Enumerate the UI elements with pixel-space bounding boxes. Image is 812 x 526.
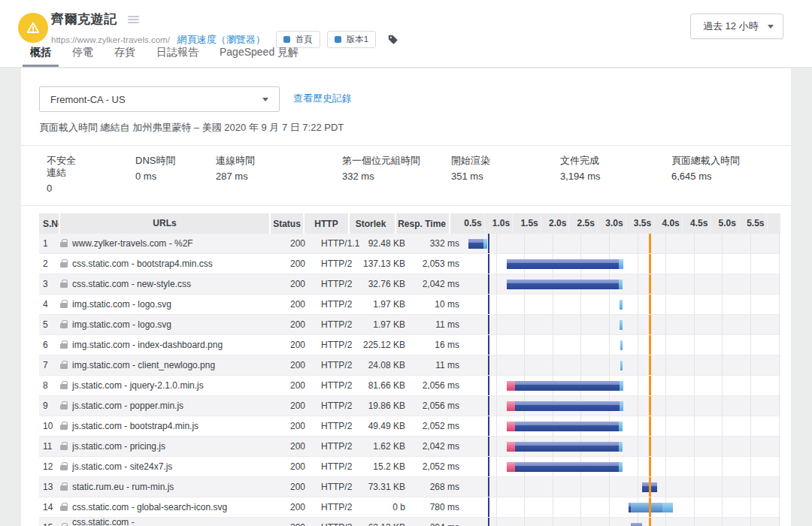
resource-size: 137.13 KB [362,254,408,274]
document-complete-marker-line [649,234,651,253]
lock-icon [60,283,68,288]
tab-存貨[interactable]: 存貨 [107,40,143,67]
response-time: 332 ms [408,234,462,253]
table-row[interactable]: 3css.static.com - new-style.css200HTTP/2… [39,274,780,295]
url-line: css.static.com - [72,518,147,526]
metric-label: 頁面總載入時間 [671,155,791,167]
resource-url: js.static.com - bootstrap4.min.js [72,416,283,436]
lock-cell [60,315,72,334]
column-header: S.No. [39,213,60,234]
table-row[interactable]: 10js.static.com - bootstrap4.min.js200HT… [39,416,780,437]
waterfall-segment-sky [662,503,673,512]
location-select[interactable]: Fremont-CA - US [39,86,280,112]
waterfall-segment-blue [631,503,662,512]
tab-日誌報告[interactable]: 日誌報告 [149,40,206,67]
tag-icon[interactable] [387,34,398,45]
table-row[interactable]: 11js.static.com - pricing.js200HTTP/21.6… [39,437,780,457]
time-tick-label: 2.0s [541,213,570,234]
status-code: 200 [283,437,317,456]
document-complete-marker-line [649,457,651,476]
http-version: HTTP/2 [317,497,362,517]
time-tick-label: 4.0s [654,213,683,234]
http-version: HTTP/2 [317,416,362,436]
http-version: HTTP/2 [317,274,362,294]
document-complete-marker-line [649,376,651,395]
row-serial: 8 [39,376,60,395]
response-time: 10 ms [408,295,462,314]
table-row[interactable]: 5img.static.com - logo.svg200HTTP/21.97 … [39,315,780,335]
waterfall-segment-navy [507,280,619,289]
timeline-cell [462,295,780,314]
tab-概括[interactable]: 概括 [23,40,59,67]
table-row[interactable]: 12js.static.com - site24x7.js200HTTP/215… [39,457,780,477]
timeline-cell [462,274,780,294]
table-row[interactable]: 9js.static.com - popper.min.js200HTTP/21… [39,396,780,416]
start-render-marker-line [488,497,489,517]
resource-url: js.static.com - popper.min.js [72,396,283,416]
start-render-marker-line [488,457,489,476]
metric-item: 不安全連結0 [47,155,135,195]
row-serial: 14 [39,497,60,517]
resource-url: js.static.com - pricing.js [72,437,283,456]
status-code: 200 [283,355,317,375]
resource-size: 62.13 KB [362,518,408,526]
row-serial: 5 [39,315,60,334]
lock-icon [60,303,68,308]
tab-PageSpeed 見解[interactable]: PageSpeed 見解 [212,40,306,67]
resource-size: 225.12 KB [362,335,408,355]
status-code: 200 [283,254,317,274]
waterfall-segment-sky [619,280,623,289]
timeline-grid [468,477,780,497]
document-complete-marker-line [649,497,651,517]
table-row[interactable]: 8js.static.com - jquery-2.1.0.min.js200H… [39,376,780,396]
waterfall-segment-navy [631,523,642,526]
waterfall-segment-navy [515,381,620,391]
row-serial: 10 [39,416,60,436]
timeline-cell [462,355,780,375]
row-serial: 6 [39,335,60,355]
resource-url: img.static.com - index-dashboard.png [72,335,283,355]
status-code: 200 [283,457,317,476]
document-complete-marker-line [649,355,651,375]
start-render-marker-line [488,355,489,375]
http-version: HTTP/2 [317,335,362,355]
table-row[interactable]: 14css.static.com - global-search-icon.sv… [39,497,780,518]
waterfall-segment-navy [468,239,483,249]
document-complete-marker-line [649,295,651,314]
monitor-badge[interactable]: 版本1 [327,31,376,48]
start-render-marker-line [488,376,489,395]
timeline-grid [468,315,780,334]
time-tick-label: 3.5s [626,213,655,234]
table-row[interactable]: 6img.static.com - index-dashboard.png200… [39,335,780,355]
metrics-row: 不安全連結0DNS時間0 ms連線時間287 ms第一個位元組時間332 ms開… [21,146,791,206]
table-row[interactable]: 1www.zylker-travels.com - %2F200HTTP/1.1… [39,234,780,254]
resource-size: 1.97 KB [362,295,408,314]
resource-size: 92.48 KB [362,234,408,253]
waterfall-segment-pink [507,401,515,411]
http-version: HTTP/2 [317,254,362,274]
lock-cell [60,355,72,375]
lock-cell [60,376,72,395]
hamburger-menu-icon[interactable] [128,14,139,25]
metric-value: 332 ms [342,171,451,183]
blue-square-icon [335,36,341,43]
table-row[interactable]: 15css.static.com -proxima-reg-webfo200HT… [39,518,780,526]
timeline-cell [462,396,780,416]
start-render-marker-line [488,295,489,314]
timeline-grid [468,355,780,375]
table-row[interactable]: 13static.rum.eu - rum-min.js200HTTP/273.… [39,477,780,497]
time-range-select[interactable]: 過去 12 小時 [690,14,783,39]
column-header: HTTP [304,213,350,234]
start-render-marker-line [488,254,489,274]
table-row[interactable]: 7img.static.com - client_newlogo.png200H… [39,355,780,376]
tab-停電[interactable]: 停電 [65,40,101,67]
document-complete-marker-line [649,315,651,334]
row-serial: 15 [39,518,60,526]
document-complete-marker-line [649,335,651,355]
table-row[interactable]: 2css.static.com - bootstrap4.min.css200H… [39,254,780,274]
column-header: Resp. Time [396,213,450,234]
table-row[interactable]: 4img.static.com - logo.svg200HTTP/21.97 … [39,295,780,315]
view-history-link[interactable]: 查看歷史記錄 [293,92,352,105]
resource-url: js.static.com - site24x7.js [72,457,283,476]
lock-cell [60,518,72,526]
